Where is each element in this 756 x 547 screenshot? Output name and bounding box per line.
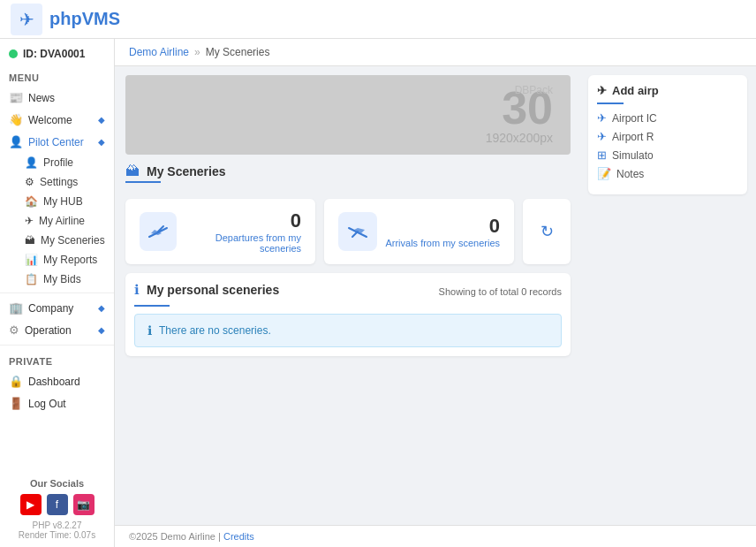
breadcrumb-home[interactable]: Demo Airline [129,46,189,58]
sidebar: ID: DVA0001 MENU 📰 News 👋 Welcome ◆ 👤 [0,39,115,547]
page-section-header: 🏔 My Sceneries [125,163,571,179]
banner: 30 1920x200px DBPack [125,75,571,155]
airport-name-field: ✈ Airport R [597,130,738,143]
breadcrumb-separator: » [194,46,200,58]
airline-icon: ✈ [25,215,34,227]
page-title: My Sceneries [147,164,226,179]
content-area: 30 1920x200px DBPack 🏔 My Sceneries [115,66,756,525]
sidebar-item-settings[interactable]: ⚙ Settings [0,172,114,192]
departures-info: 0 Departures from my sceneries [177,209,301,254]
departures-card: 0 Departures from my sceneries [125,199,315,264]
bids-icon: 📋 [25,273,38,285]
version-text: PHP v8.2.27 Render Time: 0.07s [9,520,105,540]
empty-message: There are no sceneries. [159,324,271,337]
main-content: Demo Airline » My Sceneries 30 1920x200p… [115,39,756,547]
footer: ©2025 Demo Airline | Credits [115,525,756,547]
departures-count: 0 [177,209,301,232]
departures-label[interactable]: Departures from my sceneries [177,232,301,254]
hub-icon: 🏠 [25,195,38,208]
sidebar-item-operation[interactable]: ⚙ Operation ◆ [0,319,114,341]
section-underline [125,181,161,183]
page-section: 🏔 My Sceneries [125,163,571,190]
sceneries-icon: 🏔 [25,234,35,247]
add-airport-underline [597,103,624,104]
refresh-icon[interactable]: ↻ [541,222,554,241]
personal-section-underline [134,305,170,307]
notes-field: 📝 Notes [597,167,738,180]
company-icon: 🏢 [9,301,23,315]
breadcrumb: Demo Airline » My Sceneries [115,39,756,66]
content-left: 30 1920x200px DBPack 🏔 My Sceneries [115,66,579,525]
reports-icon: 📊 [25,254,38,266]
operation-icon: ⚙ [9,323,19,337]
settings-icon: ⚙ [25,176,34,188]
sidebar-user-id: ID: DVA0001 [0,39,114,65]
sidebar-item-company[interactable]: 🏢 Company ◆ [0,297,114,319]
personal-sceneries-header: ℹ My personal sceneries [134,282,279,298]
add-airport-card: ✈ Add airp ✈ Airport IC ✈ Airport R [588,75,747,194]
banner-label: DBPack [515,84,553,96]
logo-text: phpVMS [49,9,120,29]
socials-label: Our Socials [9,478,105,489]
icao-icon: ✈ [597,111,607,125]
sidebar-item-logout[interactable]: 🚪 Log Out [0,392,114,414]
airport-icao-field: ✈ Airport IC [597,111,738,125]
sidebar-item-my-airline[interactable]: ✈ My Airline [0,211,114,231]
welcome-icon: 👋 [9,113,23,126]
sidebar-footer: Our Socials ▶ f 📷 PHP v8.2.27 Render Tim… [0,471,114,547]
notes-icon: 📝 [597,167,611,180]
simulator-icon: ⊞ [597,148,607,162]
arrivals-count: 0 [385,215,500,238]
profile-icon: 👤 [25,156,38,169]
credits-link[interactable]: Credits [223,531,254,542]
sidebar-item-my-reports[interactable]: 📊 My Reports [0,250,114,270]
logout-icon: 🚪 [9,397,23,410]
empty-info-icon: ℹ [147,323,152,338]
menu-section-label: MENU [0,65,114,87]
online-status-dot [9,49,18,58]
svg-text:✈: ✈ [19,10,34,29]
empty-notice: ℹ There are no sceneries. [134,314,562,347]
add-airport-title: ✈ Add airp [597,84,738,97]
departures-icon [140,212,177,251]
sidebar-item-my-sceneries[interactable]: 🏔 My Sceneries [0,231,114,250]
airport-name-icon: ✈ [597,130,607,143]
sidebar-item-profile[interactable]: 👤 Profile [0,153,114,172]
personal-sceneries-title: My personal sceneries [147,283,279,297]
arrivals-icon [338,212,377,251]
content-right: ✈ Add airp ✈ Airport IC ✈ Airport R [579,66,756,525]
facebook-icon[interactable]: f [47,494,68,515]
top-bar: ✈ phpVMS [0,0,756,39]
simulator-field: ⊞ Simulato [597,148,738,162]
sidebar-item-dashboard[interactable]: 🔒 Dashboard [0,370,114,392]
sidebar-item-pilot-center[interactable]: 👤 Pilot Center ◆ [0,131,114,153]
banner-size: 1920x200px [486,131,553,145]
refresh-card: ↻ [523,199,571,264]
sidebar-item-welcome[interactable]: 👋 Welcome ◆ [0,109,114,131]
logo: ✈ phpVMS [11,4,120,35]
pilot-center-diamond-icon: ◆ [98,137,105,147]
sceneries-section-icon: 🏔 [125,163,140,179]
logo-icon: ✈ [11,4,42,35]
operation-diamond-icon: ◆ [98,325,105,335]
info-section-icon: ℹ [134,282,140,298]
welcome-diamond-icon: ◆ [98,115,105,125]
sidebar-item-my-hub[interactable]: 🏠 My HUB [0,192,114,211]
sidebar-item-news[interactable]: 📰 News [0,87,114,109]
social-icons-group: ▶ f 📷 [9,494,105,515]
breadcrumb-current: My Sceneries [206,46,270,58]
instagram-icon[interactable]: 📷 [73,494,94,515]
youtube-icon[interactable]: ▶ [20,494,42,515]
personal-sceneries-section: ℹ My personal sceneries Showing to of to… [125,273,571,356]
arrivals-info: 0 Arrivals from my sceneries [385,215,500,248]
pilot-center-icon: 👤 [9,135,23,148]
company-diamond-icon: ◆ [98,303,105,313]
showing-text: Showing to of total 0 records [439,286,562,297]
stats-row: 0 Departures from my sceneries [125,199,571,264]
news-icon: 📰 [9,91,23,104]
dashboard-icon: 🔒 [9,375,23,388]
private-section-label: PRIVATE [0,349,114,370]
sidebar-item-my-bids[interactable]: 📋 My Bids [0,270,114,289]
arrivals-label[interactable]: Arrivals from my sceneries [385,238,500,248]
arrivals-card: 0 Arrivals from my sceneries [324,199,514,264]
